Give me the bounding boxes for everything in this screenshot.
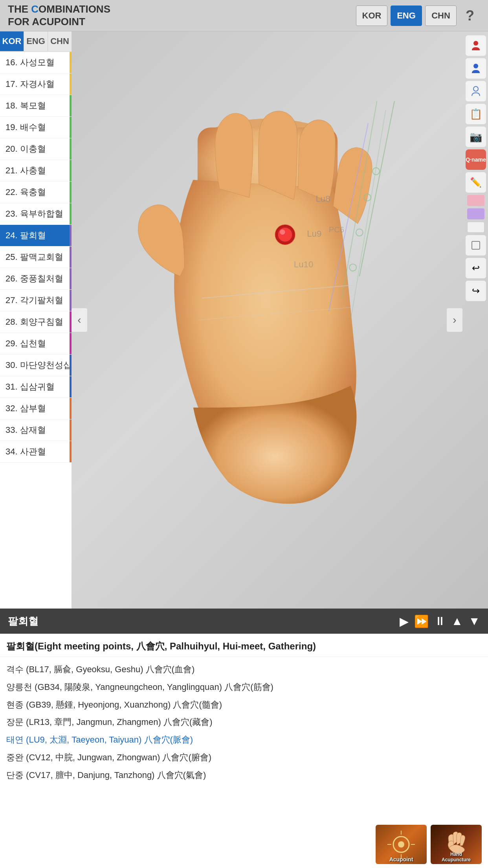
svg-point-9 — [349, 264, 356, 271]
list-item[interactable]: 26. 중풍칠처혈 — [0, 268, 72, 290]
list-item[interactable]: 30. 마단양천성십이혈 — [0, 355, 72, 376]
color-purple-swatch[interactable] — [467, 208, 484, 219]
bottom-controls: ▶ ⏩ ⏸ ▲ ▼ — [400, 614, 480, 628]
list-item[interactable]: 29. 십천혈 — [0, 333, 72, 355]
hand-3d-area[interactable]: Lu8 Lu9 Lu10 PC6 KOR — [0, 31, 488, 609]
svg-point-8 — [356, 229, 363, 236]
list-item-active[interactable]: 24. 팔회혈 — [0, 225, 72, 246]
list-item[interactable]: 25. 팔맥교회혈 — [0, 246, 72, 268]
person-red-icon — [470, 39, 482, 52]
header-eng-button[interactable]: ENG — [391, 6, 422, 26]
list-item[interactable]: 17. 자경사혈 — [0, 74, 72, 95]
list-item: 장문 (LR13, 章門, Jangmun, Zhangmen) 八會穴(藏會) — [6, 714, 482, 731]
eraser-icon — [470, 240, 481, 251]
scroll-down-button[interactable]: ▼ — [468, 614, 480, 628]
list-item[interactable]: 19. 배수혈 — [0, 117, 72, 138]
list-item[interactable]: 32. 삼부혈 — [0, 398, 72, 419]
list-item: 격수 (BL17, 膈兪, Gyeoksu, Geshu) 八會穴(血會) — [6, 661, 482, 679]
name-tag-icon: Q·name — [466, 156, 486, 163]
person-blue-icon — [470, 62, 482, 75]
list-item[interactable]: 21. 사충혈 — [0, 160, 72, 182]
svg-point-17 — [280, 230, 285, 235]
bottom-panel: 팔회혈 ▶ ⏩ ⏸ ▲ ▼ 팔회혈(Eight meeting points, … — [0, 609, 488, 868]
right-toolbar: 📋 📷 Q·name ✏️ ↩ ↪ — [464, 31, 488, 609]
list-item: 단중 (CV17, 膻中, Danjung, Tanzhong) 八會穴(氣會) — [6, 767, 482, 784]
clear-button[interactable] — [466, 235, 486, 256]
person-outline-icon — [470, 85, 482, 97]
svg-text:PC6: PC6 — [329, 225, 344, 234]
main-content: Lu8 Lu9 Lu10 PC6 KOR — [0, 31, 488, 868]
sidebar-kor-tab[interactable]: KOR — [0, 31, 24, 51]
list-item: 현종 (GB39, 懸鍾, Hyeonjong, Xuanzhong) 八會穴(… — [6, 696, 482, 714]
list-item[interactable]: 27. 각기팔처혈 — [0, 290, 72, 311]
svg-text:Lu10: Lu10 — [294, 259, 314, 269]
sidebar-eng-tab[interactable]: ENG — [24, 31, 48, 51]
list-item[interactable]: 22. 육충혈 — [0, 182, 72, 203]
list-item: 양릉천 (GB34, 陽陵泉, Yangneungcheon, Yangling… — [6, 679, 482, 696]
pencil-button[interactable]: ✏️ — [466, 172, 486, 193]
svg-text:Lu8: Lu8 — [316, 194, 330, 204]
bottom-panel-header: 팔회혈 ▶ ⏩ ⏸ ▲ ▼ — [0, 609, 488, 634]
svg-text:Lu9: Lu9 — [307, 229, 321, 239]
list-item[interactable]: 18. 복모혈 — [0, 95, 72, 117]
header-chn-button[interactable]: CHN — [425, 6, 457, 26]
thumbnails-row: Acupoint HandAcupuncture — [0, 821, 488, 868]
list-item-highlighted: 태연 (LU9, 太淵, Taeyeon, Taiyuan) 八會穴(脈會) — [6, 731, 482, 749]
svg-point-16 — [278, 228, 292, 242]
hand-svg: Lu8 Lu9 Lu10 PC6 — [71, 31, 464, 609]
nav-left-button[interactable]: ‹ — [72, 308, 87, 332]
person-outline-button[interactable] — [466, 81, 486, 101]
notes-button[interactable]: 📋 — [466, 104, 486, 124]
color-white-swatch[interactable] — [467, 222, 484, 233]
list-item[interactable]: 23. 육부하합혈 — [0, 203, 72, 225]
left-sidebar: KOR ENG CHN 16. 사성모혈 17. 자경사혈 18. 복모혈 19… — [0, 31, 72, 609]
app-title: THE COMBINATIONSFOR ACUPOINT — [8, 3, 110, 28]
redo-button[interactable]: ↪ — [466, 281, 486, 301]
app-header: THE COMBINATIONSFOR ACUPOINT KOR ENG CHN… — [0, 0, 488, 31]
list-item[interactable]: 33. 삼재혈 — [0, 419, 72, 441]
header-kor-button[interactable]: KOR — [356, 6, 387, 26]
nav-right-button[interactable]: › — [447, 308, 462, 332]
list-item: 중완 (CV12, 中脘, Jungwan, Zhongwan) 八會穴(腑會) — [6, 749, 482, 767]
acupoint-thumb-label: Acupoint — [376, 856, 427, 862]
content-list[interactable]: 격수 (BL17, 膈兪, Gyeoksu, Geshu) 八會穴(血會) 양릉… — [0, 657, 488, 821]
acupoint-thumbnail[interactable]: Acupoint — [376, 825, 427, 864]
hand-acupuncture-thumb-label: HandAcupuncture — [431, 851, 482, 862]
list-item[interactable]: 28. 회양구침혈 — [0, 311, 72, 333]
list-item[interactable]: 31. 십삼귀혈 — [0, 376, 72, 398]
app-logo: THE COMBINATIONSFOR ACUPOINT — [8, 3, 110, 28]
sidebar-list: 16. 사성모혈 17. 자경사혈 18. 복모혈 19. 배수혈 20. 이충… — [0, 52, 72, 609]
sidebar-chn-tab[interactable]: CHN — [48, 31, 72, 51]
svg-rect-24 — [472, 241, 480, 249]
play-button[interactable]: ▶ — [400, 614, 409, 628]
fast-forward-button[interactable]: ⏩ — [414, 614, 429, 628]
person-blue-button[interactable] — [466, 58, 486, 79]
help-button[interactable]: ? — [460, 6, 480, 26]
name-tag-button[interactable]: Q·name — [466, 149, 486, 170]
svg-point-21 — [473, 41, 478, 46]
svg-point-23 — [473, 86, 478, 91]
list-item[interactable]: 16. 사성모혈 — [0, 52, 72, 74]
pause-button[interactable]: ⏸ — [434, 614, 446, 628]
bottom-panel-title: 팔회혈 — [8, 614, 39, 628]
list-item[interactable]: 34. 사관혈 — [0, 441, 72, 463]
svg-point-22 — [473, 64, 478, 68]
camera-button[interactable]: 📷 — [466, 127, 486, 147]
person-red-button[interactable] — [466, 35, 486, 56]
content-title: 팔회혈(Eight meeting points, 八會穴, Palhuihyu… — [0, 634, 488, 657]
color-pink-swatch[interactable] — [467, 195, 484, 206]
sidebar-lang-tabs: KOR ENG CHN — [0, 31, 72, 52]
hand-model-container: Lu8 Lu9 Lu10 PC6 — [71, 31, 464, 609]
hand-acupuncture-thumbnail[interactable]: HandAcupuncture — [431, 825, 482, 864]
undo-button[interactable]: ↩ — [466, 258, 486, 278]
svg-point-26 — [398, 841, 404, 848]
scroll-up-button[interactable]: ▲ — [451, 614, 463, 628]
acupoint-thumb-icon — [387, 831, 415, 858]
header-controls: KOR ENG CHN ? — [356, 6, 480, 26]
list-item[interactable]: 20. 이충혈 — [0, 138, 72, 160]
